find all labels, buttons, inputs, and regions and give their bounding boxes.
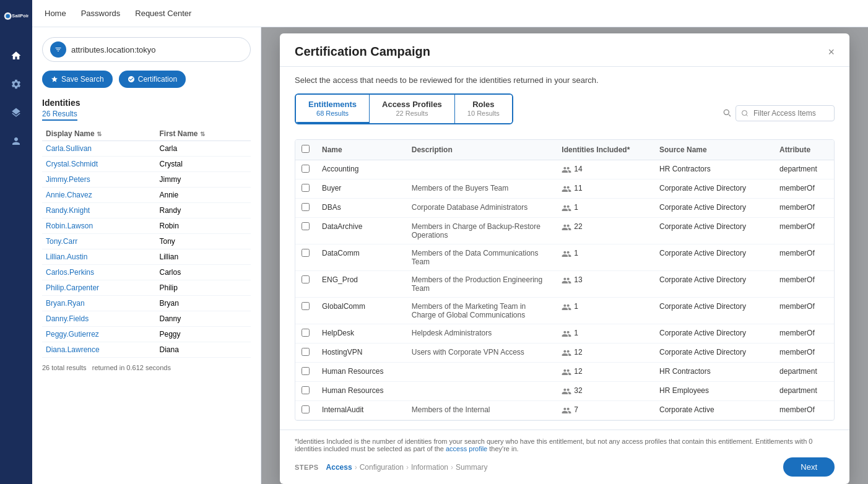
identity-row: Lillian.Austin Lillian <box>42 249 251 265</box>
step-information[interactable]: Information <box>411 463 448 472</box>
row-checkbox[interactable] <box>302 249 310 257</box>
access-table-row: Accounting 14 HR Contractors department <box>295 160 834 179</box>
identity-first-name: Carlos <box>155 265 251 280</box>
identity-display-name-link[interactable]: Bryan.Ryan <box>46 299 85 308</box>
row-checkbox-cell[interactable] <box>295 382 316 401</box>
identity-row: Robin.Lawson Robin <box>42 218 251 234</box>
access-name: GlobalComm <box>316 298 406 324</box>
access-source-name: Corporate Active Directory <box>653 179 773 199</box>
row-checkbox[interactable] <box>302 329 310 337</box>
user-icon[interactable] <box>7 132 25 150</box>
tab-access-profiles[interactable]: Access Profiles 22 Results <box>370 95 455 123</box>
access-attribute: department <box>773 160 834 179</box>
identity-first-name: Robin <box>155 218 251 234</box>
identity-display-name-link[interactable]: Carlos.Perkins <box>46 268 94 277</box>
row-checkbox-cell[interactable] <box>295 199 316 218</box>
access-identities: 7 <box>555 401 653 420</box>
certification-button[interactable]: Certification <box>119 71 186 88</box>
identity-display-name-link[interactable]: Tony.Carr <box>46 237 77 246</box>
identity-first-name: Annie <box>155 188 251 203</box>
identity-display-name-link[interactable]: Philip.Carpenter <box>46 283 99 292</box>
access-table-row: HostingVPN Users with Corporate VPN Acce… <box>295 344 834 363</box>
home-icon[interactable] <box>7 47 25 64</box>
access-identities: 12 <box>555 344 653 363</box>
identity-display-name-link[interactable]: Randy.Knight <box>46 206 90 215</box>
row-checkbox-cell[interactable] <box>295 324 316 344</box>
access-description <box>406 382 556 401</box>
next-button[interactable]: Next <box>783 457 835 477</box>
access-source-name: Corporate Active Directory <box>653 298 773 324</box>
row-checkbox-cell[interactable] <box>295 160 316 179</box>
identity-row: Philip.Carpenter Philip <box>42 280 251 296</box>
row-checkbox[interactable] <box>302 348 310 356</box>
nav-passwords[interactable]: Passwords <box>81 9 121 18</box>
identity-display-name-link[interactable]: Carla.Sullivan <box>46 144 92 153</box>
identity-row: Crystal.Schmidt Crystal <box>42 157 251 172</box>
access-table-row: DataComm Members of the Data Communicati… <box>295 244 834 271</box>
nav-home[interactable]: Home <box>45 9 66 18</box>
identity-first-name: Philip <box>155 280 251 296</box>
modal-close-button[interactable]: × <box>828 46 835 58</box>
row-checkbox-cell[interactable] <box>295 401 316 420</box>
identity-display-name-link[interactable]: Jimmy.Peters <box>46 175 90 184</box>
access-identities: 1 <box>555 324 653 344</box>
row-checkbox[interactable] <box>302 405 310 413</box>
nav-request-center[interactable]: Request Center <box>135 9 191 18</box>
save-search-button[interactable]: Save Search <box>42 71 113 88</box>
first-name-sort-icon: ⇅ <box>200 131 205 137</box>
access-source-name: HR Contractors <box>653 160 773 179</box>
tab-roles[interactable]: Roles 10 Results <box>455 95 512 123</box>
row-checkbox[interactable] <box>302 222 310 230</box>
step-configuration[interactable]: Configuration <box>360 463 404 472</box>
identity-first-name: Lillian <box>155 249 251 265</box>
row-checkbox[interactable] <box>302 184 310 192</box>
row-checkbox[interactable] <box>302 367 310 375</box>
col-header-0 <box>295 140 316 160</box>
filter-input[interactable] <box>736 105 835 121</box>
row-checkbox-cell[interactable] <box>295 218 316 244</box>
access-description: Members of the Internal <box>406 401 556 420</box>
nav-links: Home Passwords Request Center <box>45 9 191 18</box>
row-checkbox-cell[interactable] <box>295 244 316 271</box>
svg-point-1 <box>6 14 10 19</box>
row-checkbox[interactable] <box>302 386 310 394</box>
sidebar: SailPoint <box>0 0 32 484</box>
search-bar[interactable]: attributes.location:tokyo <box>42 37 251 62</box>
access-attribute: department <box>773 382 834 401</box>
results-count: 26 Results <box>42 110 77 121</box>
access-identities: 22 <box>555 218 653 244</box>
step-summary[interactable]: Summary <box>456 463 487 472</box>
first-name-header[interactable]: First Name ⇅ <box>155 127 251 141</box>
sailpoint-logo: SailPoint <box>4 6 28 26</box>
row-checkbox[interactable] <box>302 275 310 283</box>
row-checkbox-cell[interactable] <box>295 344 316 363</box>
identity-display-name-link[interactable]: Annie.Chavez <box>46 191 92 199</box>
tab-entitlements[interactable]: Entitlements 68 Results <box>296 95 370 123</box>
row-checkbox-cell[interactable] <box>295 271 316 298</box>
identity-display-name-link[interactable]: Diana.Lawrence <box>46 345 100 354</box>
row-checkbox-cell[interactable] <box>295 363 316 382</box>
identity-display-name-link[interactable]: Peggy.Gutierrez <box>46 330 99 339</box>
identity-display-name-link[interactable]: Crystal.Schmidt <box>46 160 98 168</box>
identity-display-name-link[interactable]: Danny.Fields <box>46 314 89 323</box>
access-table-row: ENG_Prod Members of the Production Engin… <box>295 271 834 298</box>
row-checkbox-cell[interactable] <box>295 179 316 199</box>
row-checkbox[interactable] <box>302 165 310 173</box>
steps-label: STEPS <box>295 464 319 471</box>
row-checkbox[interactable] <box>302 302 310 310</box>
access-description: Members in Charge of Backup-Restore Oper… <box>406 218 556 244</box>
identity-display-name-link[interactable]: Robin.Lawson <box>46 222 93 230</box>
select-all-checkbox[interactable] <box>302 145 310 153</box>
row-checkbox-cell[interactable] <box>295 298 316 324</box>
row-checkbox[interactable] <box>302 203 310 211</box>
settings-icon[interactable] <box>7 76 25 93</box>
access-name: Human Resources <box>316 363 406 382</box>
identity-first-name: Jimmy <box>155 172 251 188</box>
access-description: Users with Corporate VPN Access <box>406 344 556 363</box>
access-source-name: HR Employees <box>653 382 773 401</box>
access-profile-link[interactable]: access profile <box>446 445 487 452</box>
layers-icon[interactable] <box>7 104 25 121</box>
certification-label: Certification <box>138 75 177 84</box>
identity-display-name-link[interactable]: Lillian.Austin <box>46 253 87 261</box>
display-name-header[interactable]: Display Name ⇅ <box>42 127 155 141</box>
